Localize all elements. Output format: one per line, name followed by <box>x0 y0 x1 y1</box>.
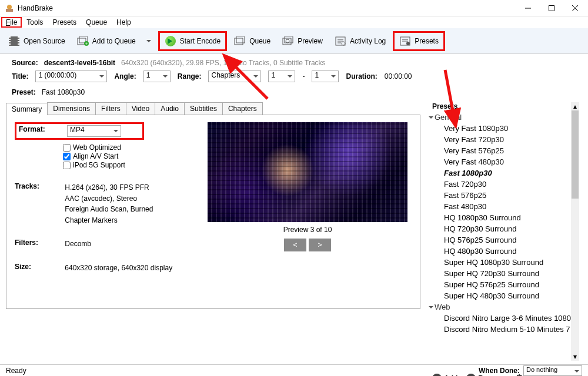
format-select[interactable]: MP4 <box>67 125 121 137</box>
titlebar: HandBrake <box>0 0 588 16</box>
presets-scrollbar[interactable]: ▴ ▾ <box>571 102 579 361</box>
preset-item[interactable]: Fast 1080p30 <box>430 167 579 179</box>
presets-button[interactable]: Presets <box>393 31 445 51</box>
filters-label: Filters: <box>15 239 63 247</box>
preview-button[interactable]: Preview <box>278 31 328 51</box>
title-label: Title: <box>12 72 28 80</box>
pictures-icon <box>234 36 246 46</box>
preview-next-button[interactable]: > <box>309 239 331 251</box>
range-type-select[interactable]: Chapters <box>208 70 261 82</box>
menu-file[interactable]: File <box>1 17 22 28</box>
angle-select[interactable]: 1 <box>143 70 171 82</box>
source-row: Source: descent3-level5-16bit 640x320 (6… <box>0 54 588 67</box>
queue-button[interactable]: Queue <box>229 31 275 51</box>
preset-item[interactable]: Discord Nitro Medium 5-10 Minutes 720p <box>430 324 579 335</box>
svg-text:+: + <box>85 41 88 46</box>
menu-tools[interactable]: Tools <box>22 18 48 27</box>
title-row: Title: 1 (00:00:00) Angle: 1 Range: Chap… <box>0 67 588 82</box>
scroll-down-icon[interactable]: ▾ <box>571 352 579 361</box>
statusbar: Ready When Done: Do nothing <box>0 364 588 376</box>
window-controls <box>516 1 587 16</box>
preview-image <box>208 122 407 222</box>
pictures-add-icon: + <box>77 36 89 46</box>
preset-item[interactable]: Super HQ 480p30 Surround <box>430 290 579 301</box>
toolbar: Open Source +Add to Queue Start Encode Q… <box>0 28 588 54</box>
open-source-button[interactable]: Open Source <box>4 31 70 51</box>
source-meta: 640x320 (640x320), 29.98 FPS, 1 Audio Tr… <box>121 59 326 67</box>
range-to-select[interactable]: 1 <box>312 70 339 82</box>
summary-panel: Format: MP4 Web Optimized Align A/V Star… <box>6 115 420 309</box>
preset-row: Preset: Fast 1080p30 <box>0 82 588 102</box>
presets-tree: General Very Fast 1080p30Very Fast 720p3… <box>426 112 579 370</box>
tracks-label: Tracks: <box>15 182 63 190</box>
angle-label: Angle: <box>114 72 136 80</box>
add-to-queue-button[interactable]: +Add to Queue <box>72 31 156 51</box>
svg-point-23 <box>406 42 410 45</box>
preset-item[interactable]: Very Fast 1080p30 <box>430 123 579 134</box>
preset-item[interactable]: Very Fast 720p30 <box>430 134 579 145</box>
svg-point-14 <box>286 39 289 43</box>
when-done-label: When Done: <box>479 367 520 375</box>
preset-label: Preset: <box>12 88 36 96</box>
preset-item[interactable]: HQ 480p30 Surround <box>430 246 579 257</box>
preset-item[interactable]: HQ 576p25 Surround <box>430 234 579 246</box>
preset-item[interactable]: Super HQ 576p25 Surround <box>430 279 579 290</box>
duration-label: Duration: <box>346 72 377 80</box>
ipod-checkbox[interactable]: iPod 5G Support <box>63 161 197 169</box>
title-select[interactable]: 1 (00:00:00) <box>35 70 107 82</box>
preset-item[interactable]: Very Fast 480p30 <box>430 156 579 167</box>
start-encode-button[interactable]: Start Encode <box>158 31 227 51</box>
scroll-up-icon[interactable]: ▴ <box>571 102 579 110</box>
preview-prev-button[interactable]: < <box>284 239 306 251</box>
play-icon <box>165 36 176 46</box>
tab-subtitles[interactable]: Subtitles <box>184 102 223 115</box>
preset-category-general[interactable]: General <box>430 112 579 123</box>
activity-log-button[interactable]: Activity Log <box>330 31 390 51</box>
tab-audio[interactable]: Audio <box>155 102 185 115</box>
source-label: Source: <box>12 59 38 67</box>
tab-chapters[interactable]: Chapters <box>222 102 263 115</box>
when-done-select[interactable]: Do nothing <box>523 365 582 376</box>
tab-filters[interactable]: Filters <box>95 102 126 115</box>
preset-value: Fast 1080p30 <box>42 88 85 96</box>
svg-rect-11 <box>236 36 245 43</box>
align-av-checkbox[interactable]: Align A/V Start <box>63 152 197 160</box>
preset-category-web[interactable]: Web <box>430 301 579 313</box>
preset-item[interactable]: Fast 720p30 <box>430 179 579 190</box>
tab-summary[interactable]: Summary <box>6 103 48 115</box>
tab-video[interactable]: Video <box>126 102 155 115</box>
web-optimized-checkbox[interactable]: Web Optimized <box>63 143 197 152</box>
preset-item[interactable]: HQ 720p30 Surround <box>430 223 579 234</box>
preset-item[interactable]: HQ 1080p30 Surround <box>430 212 579 223</box>
status-text: Ready <box>6 367 26 375</box>
range-from-select[interactable]: 1 <box>268 70 295 82</box>
preset-item[interactable]: Discord Nitro Large 3-6 Minutes 1080p <box>430 313 579 324</box>
minimize-button[interactable] <box>516 1 540 16</box>
scroll-thumb[interactable] <box>572 110 579 199</box>
preset-item[interactable]: Super HQ 720p30 Surround <box>430 268 579 279</box>
preset-item[interactable]: Super HQ 1080p30 Surround <box>430 257 579 268</box>
menu-presets[interactable]: Presets <box>48 18 81 27</box>
preset-item[interactable]: Fast 576p25 <box>430 190 579 201</box>
size-label: Size: <box>15 263 63 271</box>
presets-icon <box>399 36 411 46</box>
tracks-value: H.264 (x264), 30 FPS PFR AAC (avcodec), … <box>65 182 153 226</box>
preset-item[interactable]: Very Fast 576p25 <box>430 145 579 156</box>
maximize-button[interactable] <box>540 1 563 16</box>
close-button[interactable] <box>563 1 587 16</box>
preview-caption: Preview 3 of 10 <box>208 226 407 234</box>
source-name: descent3-level5-16bit <box>44 59 115 67</box>
range-label: Range: <box>178 72 202 80</box>
format-label: Format: <box>19 125 67 137</box>
svg-rect-10 <box>235 38 243 45</box>
preset-item[interactable]: Fast 480p30 <box>430 201 579 212</box>
tab-dimensions[interactable]: Dimensions <box>47 102 96 115</box>
size-value: 640x320 storage, 640x320 display <box>65 263 172 274</box>
menu-queue[interactable]: Queue <box>81 18 112 27</box>
log-icon <box>335 36 346 46</box>
presets-header: Presets <box>426 102 579 112</box>
presets-panel: Presets General Very Fast 1080p30Very Fa… <box>426 102 579 376</box>
menu-help[interactable]: Help <box>112 18 136 27</box>
tabs: Summary Dimensions Filters Video Audio S… <box>6 102 420 115</box>
range-dash: - <box>302 72 305 80</box>
